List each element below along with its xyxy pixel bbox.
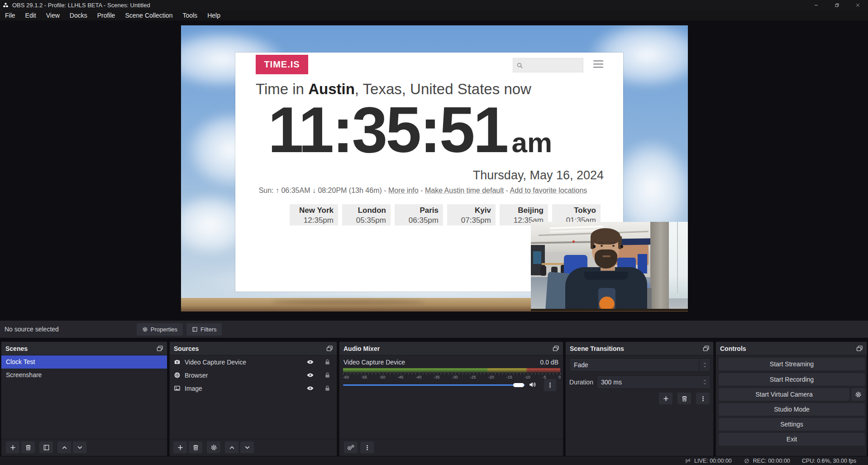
- docks-area: Scenes Clock Test Screenshare Sources Vi…: [0, 338, 868, 456]
- menu-help[interactable]: Help: [202, 10, 225, 20]
- gear-icon: [855, 391, 862, 398]
- remove-transition-button[interactable]: [677, 393, 691, 404]
- remove-source-button[interactable]: [189, 441, 202, 453]
- minimize-button[interactable]: [806, 0, 826, 10]
- settings-button[interactable]: Settings: [719, 418, 865, 431]
- search-icon: [516, 62, 523, 69]
- lock-icon[interactable]: [324, 372, 331, 379]
- scene-item-screenshare[interactable]: Screenshare: [1, 369, 167, 382]
- move-source-up-button[interactable]: [225, 441, 238, 453]
- filter-icon: [43, 444, 50, 451]
- menu-profile[interactable]: Profile: [92, 10, 120, 20]
- maximize-button[interactable]: [826, 0, 847, 10]
- scene-preview: TIME.IS Time in Austin, Texas, United St…: [181, 25, 688, 312]
- popout-icon[interactable]: [856, 345, 863, 351]
- virtual-camera-settings-button[interactable]: [851, 388, 865, 401]
- city-block-new-york[interactable]: New York12:35pm: [290, 204, 338, 225]
- add-transition-button[interactable]: [659, 393, 672, 404]
- properties-button[interactable]: Properties: [137, 323, 183, 336]
- no-source-status: No source selected: [5, 326, 59, 333]
- popout-icon[interactable]: [326, 345, 333, 351]
- chevron-up-icon: [703, 362, 707, 365]
- mixer-menu-button[interactable]: [360, 441, 374, 453]
- controls-header[interactable]: Controls: [716, 342, 867, 355]
- rec-inactive-icon: [744, 458, 750, 464]
- rec-status: REC: 00:00:00: [744, 458, 790, 464]
- advanced-audio-button[interactable]: [344, 441, 358, 453]
- statusbar: LIVE: 00:00:00 REC: 00:00:00 CPU: 0.6%, …: [0, 456, 868, 465]
- eye-icon[interactable]: [306, 371, 314, 379]
- start-virtual-camera-button[interactable]: Start Virtual Camera: [719, 388, 849, 401]
- transitions-header[interactable]: Scene Transitions: [566, 342, 713, 355]
- add-scene-button[interactable]: [6, 441, 19, 453]
- gear-icon: [142, 326, 148, 332]
- speaker-icon[interactable]: [529, 381, 536, 388]
- popout-icon[interactable]: [157, 345, 163, 351]
- transition-select[interactable]: Fade: [569, 358, 711, 372]
- search-box[interactable]: [513, 58, 583, 72]
- eye-icon[interactable]: [306, 358, 314, 366]
- add-favorite-link[interactable]: Add to favorite locations: [510, 187, 587, 194]
- close-icon: [855, 3, 860, 8]
- scenes-panel-header[interactable]: Scenes: [1, 342, 167, 355]
- source-properties-button[interactable]: [207, 441, 220, 453]
- menu-view[interactable]: View: [41, 10, 65, 20]
- scene-transitions-panel: Scene Transitions Fade Duration 300 ms: [565, 341, 714, 456]
- clock-time: 11:35:51: [268, 96, 507, 163]
- exit-button[interactable]: Exit: [719, 433, 865, 446]
- chevron-up-icon[interactable]: [703, 379, 707, 382]
- scene-item-clock-test[interactable]: Clock Test: [1, 355, 167, 369]
- popout-icon[interactable]: [553, 345, 559, 351]
- lock-icon[interactable]: [324, 359, 331, 365]
- volume-slider-handle[interactable]: [513, 383, 524, 387]
- remove-scene-button[interactable]: [21, 441, 35, 453]
- make-default-link[interactable]: Make Austin time default: [425, 187, 504, 194]
- timeis-logo[interactable]: TIME.IS: [256, 55, 308, 74]
- eye-icon[interactable]: [306, 384, 314, 392]
- studio-mode-button[interactable]: Studio Mode: [719, 403, 865, 416]
- hamburger-icon[interactable]: [593, 60, 603, 68]
- menu-edit[interactable]: Edit: [20, 10, 41, 20]
- globe-icon: [174, 372, 181, 379]
- menu-scene-collection[interactable]: Scene Collection: [120, 10, 177, 20]
- move-source-down-button[interactable]: [240, 441, 254, 453]
- duration-spinner[interactable]: 300 ms: [596, 375, 711, 389]
- popout-icon[interactable]: [703, 345, 710, 351]
- filters-button[interactable]: Filters: [186, 323, 222, 336]
- city-block-london[interactable]: London05:35pm: [342, 204, 391, 225]
- kebab-icon: [700, 395, 706, 402]
- transition-properties-button[interactable]: [696, 393, 710, 404]
- more-info-link[interactable]: More info: [388, 187, 419, 194]
- start-streaming-button[interactable]: Start Streaming: [719, 358, 865, 370]
- city-block-kyiv[interactable]: Kyiv07:35pm: [447, 204, 496, 225]
- start-recording-button[interactable]: Start Recording: [719, 373, 865, 386]
- lock-icon[interactable]: [324, 385, 331, 392]
- source-item-browser[interactable]: Browser: [170, 369, 337, 382]
- volume-meter: [343, 368, 560, 371]
- chevron-down-icon[interactable]: [703, 382, 707, 385]
- mixer-channel-menu-button[interactable]: [544, 379, 556, 391]
- sources-panel-header[interactable]: Sources: [170, 342, 337, 355]
- preview-canvas[interactable]: TIME.IS Time in Austin, Texas, United St…: [0, 20, 868, 320]
- menu-tools[interactable]: Tools: [177, 10, 202, 20]
- menu-docks[interactable]: Docks: [65, 10, 92, 20]
- search-input[interactable]: [523, 58, 583, 72]
- trash-icon: [681, 395, 688, 402]
- kebab-icon: [364, 444, 371, 451]
- volume-slider[interactable]: [343, 383, 525, 387]
- move-scene-up-button[interactable]: [57, 441, 71, 453]
- close-button[interactable]: [847, 0, 868, 10]
- audio-mixer-header[interactable]: Audio Mixer: [339, 342, 563, 355]
- move-scene-down-button[interactable]: [73, 441, 86, 453]
- spinner-chevrons[interactable]: [699, 379, 710, 385]
- city-block-paris[interactable]: Paris06:35pm: [395, 204, 443, 225]
- menu-file[interactable]: File: [0, 10, 20, 20]
- source-item-image[interactable]: Image: [170, 382, 337, 395]
- add-source-button[interactable]: [173, 441, 187, 453]
- scene-filters-button[interactable]: [39, 441, 53, 453]
- trash-icon: [25, 444, 32, 451]
- restore-icon: [835, 3, 839, 8]
- camera-icon: [174, 359, 181, 365]
- audio-mixer-panel: Audio Mixer Video Capture Device 0.0 dB …: [339, 341, 563, 456]
- source-item-video-capture[interactable]: Video Capture Device: [170, 355, 337, 369]
